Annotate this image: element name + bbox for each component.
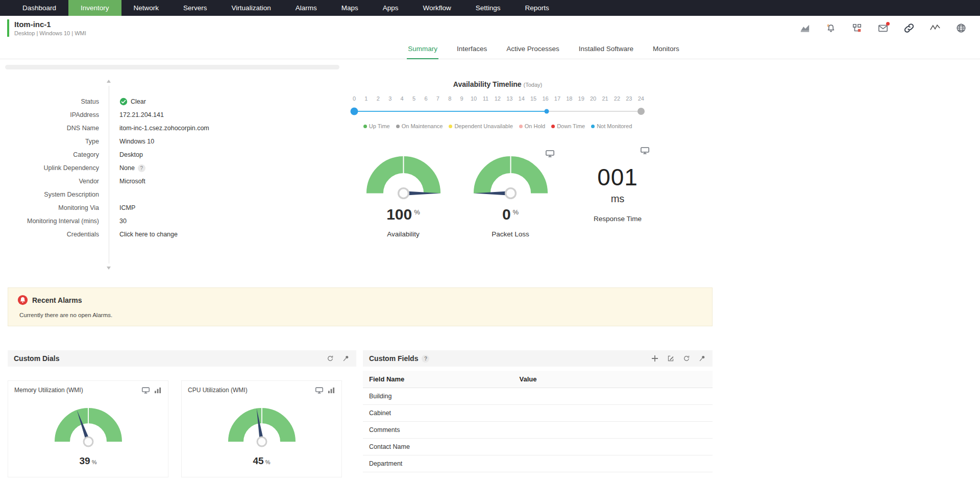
detail-value-text: Microsoft [119, 178, 145, 185]
timeline-hour-label: 3 [386, 95, 394, 102]
no-alarms-message: Currently there are no open Alarms. [19, 312, 712, 318]
legend-label: Dependent Unavailable [454, 123, 512, 129]
refresh-icon[interactable] [326, 354, 334, 363]
availability-value: 100% [386, 206, 420, 223]
table-row-cabinet: Cabinet [363, 405, 713, 422]
column-value: Value [513, 371, 713, 388]
detail-row-uplink-dependency: Uplink Dependency None ? [5, 161, 348, 175]
nav-item-reports[interactable]: Reports [513, 0, 561, 16]
nav-item-servers[interactable]: Servers [171, 0, 219, 16]
nav-item-alarms[interactable]: Alarms [283, 0, 329, 16]
alarm-red-bell-icon [17, 295, 28, 305]
device-tabs: Summary Interfaces Active Processes Inst… [0, 40, 980, 59]
legend-dot [363, 125, 367, 128]
device-ports-icon[interactable] [851, 22, 863, 34]
detail-value-text: 30 [119, 218, 127, 225]
sparkline-icon[interactable] [929, 22, 941, 34]
nav-item-apps[interactable]: Apps [371, 0, 411, 16]
packet-loss-gauge: 0% Packet Loss [459, 151, 561, 238]
uplink-help-icon[interactable]: ? [138, 164, 145, 172]
packet-loss-gauge-dial [469, 151, 553, 202]
nav-item-inventory[interactable]: Inventory [68, 0, 121, 16]
legend-dot [449, 125, 452, 128]
detail-row-vendor: Vendor Microsoft [5, 175, 348, 188]
link-icon[interactable] [903, 22, 915, 34]
timeline-hour-label: 18 [565, 95, 573, 102]
monitor-icon[interactable] [641, 147, 649, 156]
timeline-hour-label: 2 [374, 95, 382, 102]
nav-item-maps[interactable]: Maps [329, 0, 371, 16]
timeline-end-handle[interactable] [638, 108, 645, 115]
nav-item-workflow[interactable]: Workflow [410, 0, 463, 16]
monitor-icon[interactable] [315, 386, 323, 394]
legend-dependent-unavailable: Dependent Unavailable [449, 123, 512, 129]
timeline-slider[interactable] [354, 107, 641, 116]
nav-item-virtualization[interactable]: Virtualization [219, 0, 283, 16]
timeline-hour-label: 22 [613, 95, 621, 102]
dial-unit: % [92, 459, 97, 465]
custom-dials-panel: Custom Dials Memory Utilization (WMI) [8, 350, 356, 477]
tab-installed-software[interactable]: Installed Software [578, 45, 634, 59]
detail-label: Monitoring Via [5, 204, 99, 211]
nav-item-dashboard[interactable]: Dashboard [10, 0, 68, 16]
custom-fields-help-icon[interactable]: ? [422, 355, 429, 363]
tab-summary[interactable]: Summary [407, 45, 438, 59]
credentials-change-link[interactable]: Click here to change [119, 231, 178, 238]
pin-icon[interactable] [342, 354, 350, 363]
scroll-up-arrow-icon[interactable] [107, 80, 111, 83]
field-value-cell [513, 388, 713, 405]
timeline-hour-label: 6 [422, 95, 430, 102]
timeline-start-handle[interactable] [351, 108, 358, 115]
legend-dot [551, 125, 555, 128]
availability-number: 100 [386, 206, 412, 223]
dial-card-cpu: CPU Utilization (WMI) [181, 380, 342, 477]
nav-item-settings[interactable]: Settings [463, 0, 513, 16]
edit-icon[interactable] [667, 354, 675, 363]
scroll-down-arrow-icon[interactable] [107, 267, 111, 270]
field-value-cell [513, 422, 713, 439]
add-icon[interactable] [651, 354, 659, 363]
tab-active-processes[interactable]: Active Processes [505, 45, 560, 59]
left-panel-scrollbar[interactable] [5, 65, 339, 69]
detail-row-monitoring-via: Monitoring Via ICMP [5, 201, 348, 214]
monitor-icon[interactable] [546, 150, 554, 159]
dial-number: 45 [253, 455, 264, 466]
timeline-hour-label: 15 [529, 95, 537, 102]
monitor-icon[interactable] [141, 386, 150, 394]
timeline-hour-label: 5 [410, 95, 418, 102]
refresh-icon[interactable] [682, 354, 691, 363]
table-row-department: Department [363, 455, 713, 472]
pin-icon[interactable] [698, 354, 706, 363]
nav-item-network[interactable]: Network [121, 0, 172, 16]
recent-alarms-panel: Recent Alarms Currently there are no ope… [8, 287, 713, 326]
custom-dials-title: Custom Dials [14, 354, 59, 363]
cpu-utilization-dial [224, 403, 300, 449]
memory-utilization-dial [50, 403, 127, 449]
timeline-hour-label: 12 [494, 95, 502, 102]
bar-chart-icon[interactable] [154, 386, 162, 394]
area-chart-icon[interactable] [799, 22, 811, 34]
alarm-bell-icon[interactable] [825, 22, 837, 34]
bar-chart-icon[interactable] [327, 386, 335, 394]
detail-label: Uplink Dependency [5, 164, 99, 172]
timeline-current-marker[interactable] [544, 109, 549, 114]
memory-utilization-value: 39% [8, 455, 168, 467]
tab-interfaces[interactable]: Interfaces [456, 45, 488, 59]
detail-label: DNS Name [5, 125, 99, 132]
custom-fields-panel: Custom Fields ? Fie [363, 350, 713, 472]
timeline-hour-label: 20 [589, 95, 597, 102]
table-header-row: Field Name Value [363, 371, 713, 388]
timeline-legend: Up Time On Maintenance Dependent Unavail… [350, 123, 645, 129]
field-value-cell [513, 405, 713, 422]
tab-monitors[interactable]: Monitors [652, 45, 680, 59]
packet-loss-unit: % [513, 208, 519, 216]
dial-card-memory: Memory Utilization (WMI) [8, 380, 168, 477]
dial-unit: % [265, 459, 271, 465]
device-header-actions [799, 22, 967, 34]
recent-alarms-title: Recent Alarms [32, 296, 82, 304]
packet-loss-value: 0% [502, 206, 519, 223]
timeline-hour-label: 1 [362, 95, 370, 102]
web-icon[interactable] [955, 22, 967, 34]
availability-label: Availability [387, 230, 420, 238]
email-icon[interactable] [877, 22, 889, 34]
